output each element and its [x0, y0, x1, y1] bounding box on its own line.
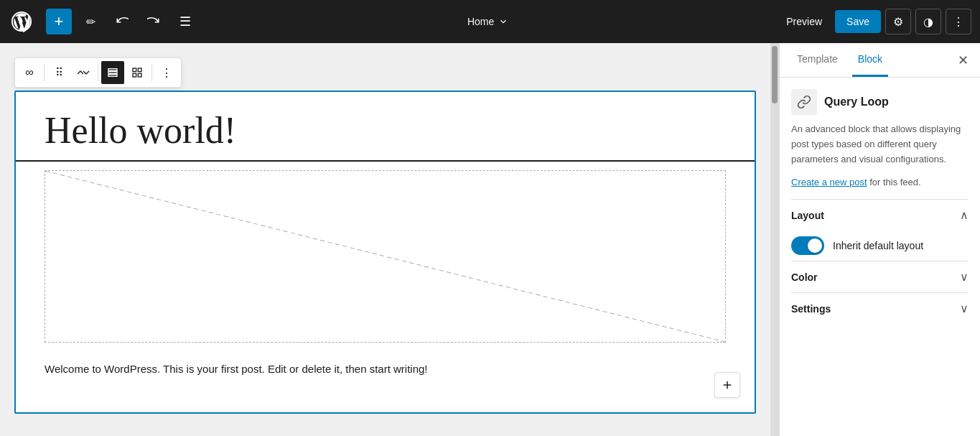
template-tab[interactable]: Template	[791, 43, 844, 77]
breadcrumb-home-button[interactable]: Home	[459, 11, 517, 32]
scroll-thumb[interactable]	[772, 46, 778, 103]
layout-chevron-icon: ∧	[960, 208, 969, 222]
layout-section-header[interactable]: Layout ∧	[791, 199, 969, 231]
block-link-button[interactable]: ∞	[18, 61, 41, 84]
block-toolbar: ∞ ⠿ ⋮	[14, 57, 182, 88]
layout-section: Layout ∧ Inherit default layout	[791, 199, 969, 261]
redo-button[interactable]	[141, 9, 167, 34]
query-loop-icon	[791, 89, 817, 115]
svg-rect-3	[108, 75, 117, 77]
preview-button[interactable]: Preview	[778, 11, 831, 32]
list-view-button[interactable]: ☰	[172, 9, 198, 34]
layout-section-title: Layout	[791, 210, 824, 221]
add-block-button[interactable]: +	[46, 9, 72, 34]
main-area: ∞ ⠿ ⋮ Hello world!	[0, 43, 980, 436]
query-loop-description: An advanced block that allows displaying…	[791, 122, 969, 167]
toolbar-divider-2	[98, 64, 98, 81]
post-title[interactable]: Hello world!	[16, 92, 755, 162]
query-loop-header: Query Loop	[791, 89, 969, 115]
draw-button[interactable]: ✏	[78, 9, 103, 34]
inherit-layout-toggle-row: Inherit default layout	[791, 231, 969, 261]
svg-rect-5	[138, 68, 141, 72]
block-list-view-btn[interactable]	[101, 61, 124, 84]
canvas-scrollbar[interactable]	[770, 43, 779, 436]
svg-line-8	[45, 171, 725, 342]
panel-close-button[interactable]: ✕	[958, 52, 969, 68]
settings-section-title: Settings	[791, 303, 831, 315]
settings-section: Settings ∨	[791, 292, 969, 324]
toolbar-right: Preview Save ⚙ ◑ ⋮	[778, 9, 971, 34]
settings-button[interactable]: ⚙	[885, 9, 911, 34]
color-section-title: Color	[791, 272, 818, 283]
settings-section-header[interactable]: Settings ∨	[791, 292, 969, 324]
breadcrumb-label: Home	[467, 16, 494, 27]
query-loop-placeholder[interactable]	[45, 170, 726, 343]
editor-block[interactable]: Hello world! Welcome to WordPress. This …	[14, 91, 756, 414]
block-drag-handle[interactable]: ⠿	[47, 61, 70, 84]
svg-rect-7	[138, 73, 141, 77]
inherit-layout-label: Inherit default layout	[833, 240, 923, 251]
placeholder-diagonal	[45, 171, 725, 342]
settings-chevron-icon: ∨	[960, 302, 969, 315]
panel-content: Query Loop An advanced block that allows…	[780, 78, 980, 436]
color-section-header[interactable]: Color ∨	[791, 261, 969, 292]
color-chevron-icon: ∨	[960, 270, 969, 284]
toolbar-divider	[44, 64, 45, 81]
block-more-button[interactable]: ⋮	[155, 61, 178, 84]
create-post-link[interactable]: Create a new post	[791, 177, 867, 187]
block-tab[interactable]: Block	[852, 43, 888, 77]
right-panel: Template Block ✕ Query Loop An advanced …	[779, 43, 980, 436]
block-move-button[interactable]	[72, 61, 95, 84]
undo-button[interactable]	[109, 9, 135, 34]
panel-tabs: Template Block ✕	[780, 43, 980, 78]
svg-rect-4	[133, 68, 136, 72]
wp-logo[interactable]	[9, 9, 34, 34]
block-grid-view-btn[interactable]	[126, 61, 149, 84]
save-button[interactable]: Save	[835, 10, 881, 33]
canvas-area[interactable]: ∞ ⠿ ⋮ Hello world!	[0, 43, 770, 436]
contrast-button[interactable]: ◑	[915, 9, 941, 34]
svg-rect-1	[108, 69, 117, 71]
svg-rect-6	[133, 73, 136, 77]
create-post-suffix: for this feed.	[867, 177, 921, 187]
color-section: Color ∨	[791, 261, 969, 292]
add-block-inline-button[interactable]	[714, 372, 740, 398]
toolbar-divider-3	[151, 64, 152, 81]
inherit-layout-toggle[interactable]	[791, 236, 824, 255]
post-excerpt[interactable]: Welcome to WordPress. This is your first…	[16, 351, 755, 386]
query-loop-create-link-row: Create a new post for this feed.	[791, 175, 969, 190]
query-loop-title: Query Loop	[824, 96, 889, 108]
top-toolbar: + ✏ ☰ Home Preview Save ⚙ ◑ ⋮	[0, 0, 980, 43]
svg-rect-2	[108, 72, 117, 74]
more-menu-button[interactable]: ⋮	[946, 9, 971, 34]
toggle-knob	[808, 238, 822, 253]
toolbar-center: Home	[204, 11, 772, 32]
